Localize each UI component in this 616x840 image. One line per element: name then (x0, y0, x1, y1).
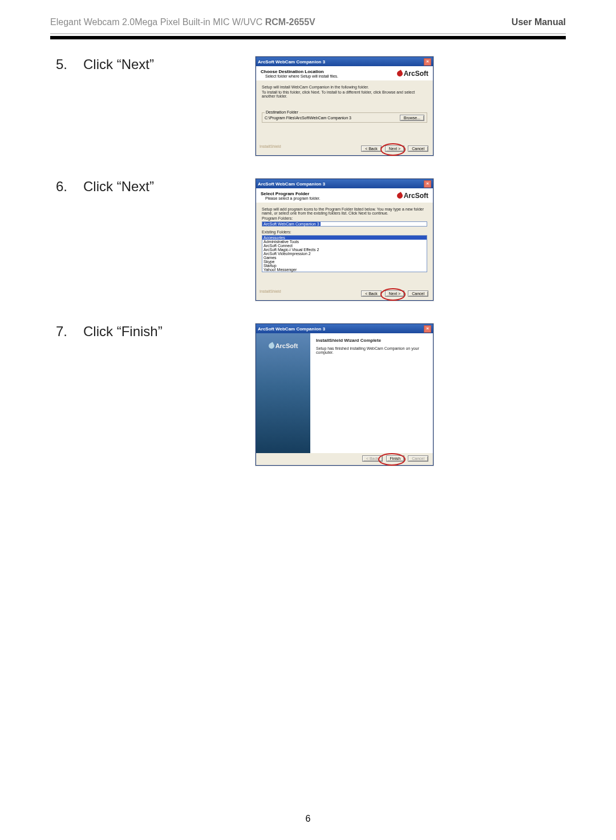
window-title: ArcSoft WebCam Companion 3 (258, 326, 325, 332)
installer-dialog-program-folder: ArcSoft WebCam Companion 3 × Select Prog… (256, 179, 433, 301)
arcsoft-logo: ArcSoft (397, 70, 428, 78)
next-button[interactable]: Next > (385, 290, 404, 297)
header-manual-label: User Manual (512, 17, 566, 27)
product-line: Elegant Webcam 2.0Mega Pixel Built-in MI… (50, 17, 265, 27)
step-5: 5. Click “Next” (50, 56, 238, 72)
step-instruction: Click “Next” (83, 56, 154, 72)
header-title: Elegant Webcam 2.0Mega Pixel Built-in MI… (50, 17, 315, 27)
back-button[interactable]: < Back (361, 146, 382, 152)
divider-thick (50, 36, 566, 39)
close-icon[interactable]: × (424, 325, 431, 333)
step-instruction: Click “Next” (83, 179, 154, 195)
list-item[interactable]: Yahoo! Messenger (262, 268, 427, 272)
install-path: C:\Program Files\ArcSoft\WebCam Companio… (265, 116, 351, 120)
finish-left-panel: ArcSoft (256, 333, 310, 453)
logo-mark-icon (396, 192, 404, 200)
page-header: Elegant Webcam 2.0Mega Pixel Built-in MI… (50, 17, 566, 33)
next-button[interactable]: Next > (385, 146, 404, 152)
list-item[interactable]: Accessories (262, 236, 427, 240)
step-number: 7. (50, 324, 67, 340)
list-item[interactable]: ArcSoft Magic-i Visual Effects 2 (262, 248, 427, 252)
close-icon[interactable]: × (424, 58, 431, 66)
cancel-button[interactable]: Cancel (408, 290, 428, 297)
installshield-label: InstallShield (260, 289, 281, 293)
program-folders-label: Program Folders: (262, 216, 427, 220)
existing-folders-list[interactable]: Accessories Administrative Tools ArcSoft… (262, 235, 427, 272)
dialog-footer: InstallShield < Back Next > Cancel (256, 143, 433, 155)
page-number: 6 (0, 814, 616, 824)
dialog-heading: Choose Destination Location Select folde… (256, 66, 433, 80)
destination-folder-box: Destination Folder C:\Program Files\ArcS… (262, 112, 427, 123)
finish-body-text: Setup has finished installing WebCam Com… (316, 346, 419, 354)
logo-mark-icon (268, 342, 275, 350)
step-number: 5. (50, 56, 67, 72)
heading-sub: Select folder where Setup will install f… (261, 74, 338, 78)
finish-button[interactable]: Finish (386, 455, 405, 462)
existing-folders-label: Existing Folders: (262, 230, 427, 234)
close-icon[interactable]: × (424, 180, 431, 188)
dialog-footer: InstallShield < Back Next > Cancel (256, 288, 433, 300)
installer-dialog-destination: ArcSoft WebCam Companion 3 × Choose Dest… (256, 56, 433, 156)
body-text-2: To install to this folder, click Next. T… (262, 90, 427, 98)
dialog-footer: < Back Finish Cancel (256, 453, 433, 465)
list-item[interactable]: Skype (262, 260, 427, 264)
arcsoft-logo: ArcSoft (269, 342, 298, 349)
list-item[interactable]: Games (262, 256, 427, 260)
list-item[interactable]: ArcSoft VideoImpression 2 (262, 252, 427, 256)
list-item[interactable]: Startup (262, 264, 427, 268)
list-item[interactable]: ArcSoft Connect (262, 244, 427, 248)
heading-bold: Select Program Folder (261, 191, 321, 196)
heading-sub: Please select a program folder. (261, 196, 321, 200)
finish-heading: InstallShield Wizard Complete (316, 338, 427, 343)
program-folder-value: ArcSoft WebCam Companion 3 (262, 222, 321, 226)
divider-thin (50, 33, 566, 34)
titlebar[interactable]: ArcSoft WebCam Companion 3 × (256, 57, 433, 66)
cancel-button: Cancel (408, 455, 428, 462)
installshield-label: InstallShield (260, 144, 281, 148)
logo-mark-icon (396, 70, 404, 78)
program-folder-input[interactable]: ArcSoft WebCam Companion 3 (262, 221, 427, 227)
step-6: 6. Click “Next” (50, 179, 238, 195)
cancel-button[interactable]: Cancel (408, 146, 428, 152)
back-button[interactable]: < Back (361, 290, 382, 297)
installer-dialog-finish: ArcSoft WebCam Companion 3 × ArcSoft Ins… (256, 324, 433, 466)
step-7: 7. Click “Finish” (50, 324, 238, 340)
list-item[interactable]: Administrative Tools (262, 240, 427, 244)
body-text-1: Setup will install WebCam Companion in t… (262, 85, 427, 89)
step-number: 6. (50, 179, 67, 195)
browse-button[interactable]: Browse... (400, 115, 424, 121)
arcsoft-logo: ArcSoft (397, 192, 428, 200)
window-title: ArcSoft WebCam Companion 3 (258, 181, 325, 187)
body-text: Setup will add program icons to the Prog… (262, 207, 427, 215)
back-button: < Back (362, 455, 383, 462)
titlebar[interactable]: ArcSoft WebCam Companion 3 × (256, 179, 433, 188)
dialog-heading: Select Program Folder Please select a pr… (256, 188, 433, 203)
fieldset-legend: Destination Folder (265, 110, 299, 114)
window-title: ArcSoft WebCam Companion 3 (258, 59, 325, 64)
heading-bold: Choose Destination Location (261, 69, 338, 74)
model: RCM-2655V (265, 17, 315, 27)
titlebar[interactable]: ArcSoft WebCam Companion 3 × (256, 324, 433, 333)
step-instruction: Click “Finish” (83, 324, 163, 340)
finish-right-panel: InstallShield Wizard Complete Setup has … (310, 333, 433, 453)
